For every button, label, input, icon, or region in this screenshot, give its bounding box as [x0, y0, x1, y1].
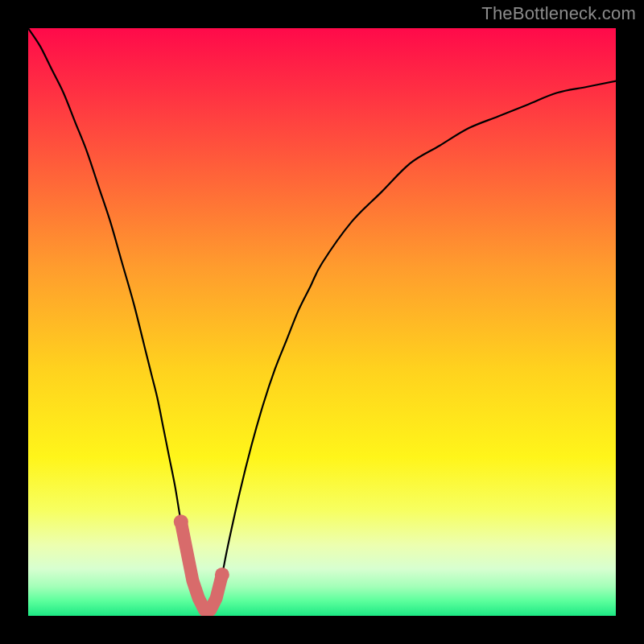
plot-area — [28, 28, 616, 616]
svg-rect-0 — [28, 28, 616, 616]
watermark-text: TheBottleneck.com — [481, 3, 636, 24]
chart-frame: TheBottleneck.com — [0, 0, 644, 644]
background-gradient — [28, 28, 616, 616]
